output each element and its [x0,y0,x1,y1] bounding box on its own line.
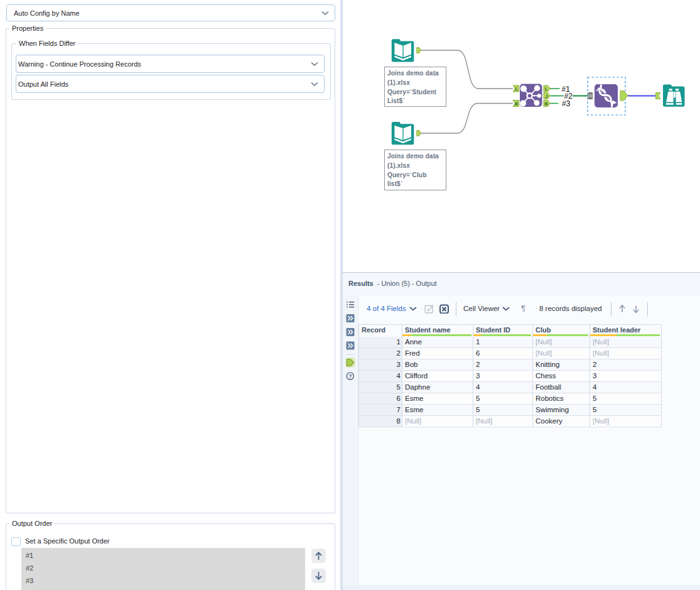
svg-text:L: L [515,87,519,91]
svg-text:L: L [545,87,548,91]
svg-text:J: J [546,94,548,99]
svg-text:#3: #3 [562,99,571,108]
svg-text:?: ? [348,373,352,380]
svg-text:R: R [545,102,548,106]
svg-text:R: R [515,102,518,106]
